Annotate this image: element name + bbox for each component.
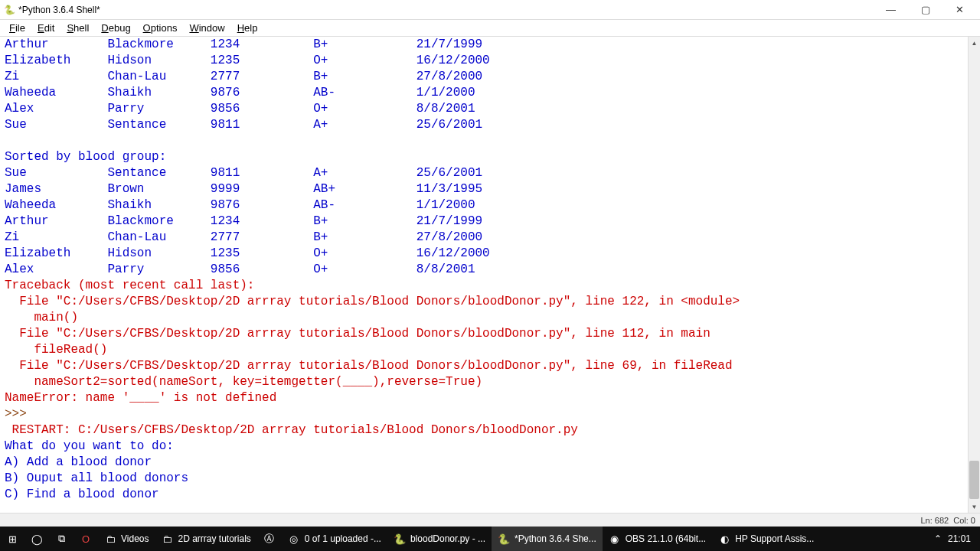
taskbar-item-label: 2D arrray tutorials [178, 533, 250, 544]
menu-options[interactable]: Options [137, 21, 184, 35]
taskbar-item-label: *Python 3.6.4 She... [514, 533, 596, 544]
app-icon: 🐍 [394, 533, 406, 545]
taskview-button[interactable]: ⧉ [49, 527, 74, 551]
maximize-button[interactable]: ▢ [908, 0, 942, 20]
menu-help[interactable]: Help [231, 21, 264, 35]
taskbar-item-label: 0 of 1 uploaded -... [305, 533, 381, 544]
app-icon: 🐍 [498, 533, 510, 545]
taskbar: ⊞ ◯ ⧉ O 🗀Videos🗀2D arrray tutorialsⒶ◎0 o… [0, 527, 980, 551]
menu-debug[interactable]: Debug [95, 21, 136, 35]
taskbar-item-label: OBS 21.1.0 (64bit... [626, 533, 706, 544]
taskbar-item-label: HP Support Assis... [735, 533, 814, 544]
statusbar: Ln: 682 Col: 0 [0, 513, 980, 527]
menu-window[interactable]: Window [183, 21, 230, 35]
status-col: Col: 0 [953, 516, 975, 525]
taskbar-item[interactable]: 🐍bloodDonor.py - ... [387, 527, 492, 551]
menu-file[interactable]: File [3, 21, 31, 35]
menu-shell[interactable]: Shell [60, 21, 95, 35]
status-line: Ln: 682 [920, 516, 949, 525]
show-desktop-button[interactable] [977, 527, 980, 551]
taskbar-item[interactable]: 🗀Videos [98, 527, 155, 551]
taskbar-item[interactable]: 🐍*Python 3.6.4 She... [492, 527, 603, 551]
scroll-down-icon[interactable]: ▼ [969, 500, 980, 513]
taskbar-item-label: bloodDonor.py - ... [410, 533, 485, 544]
app-icon: ◎ [288, 533, 300, 545]
taskbar-item[interactable]: ◉OBS 21.1.0 (64bit... [603, 527, 712, 551]
shell-output[interactable]: Arthur Blackmore 1234 B+ 21/7/1999 Eliza… [0, 37, 968, 513]
close-button[interactable]: ✕ [942, 0, 977, 20]
start-button[interactable]: ⊞ [0, 527, 24, 551]
taskbar-item[interactable]: ◐HP Support Assis... [712, 527, 820, 551]
app-icon: 🐍 [3, 4, 15, 16]
app-icon: ◐ [718, 533, 730, 545]
minimize-button[interactable]: — [874, 0, 908, 20]
tray-chevron-icon[interactable]: ⌃ [934, 533, 942, 544]
search-button[interactable]: ◯ [24, 527, 49, 551]
scroll-up-icon[interactable]: ▲ [969, 37, 980, 49]
system-tray[interactable]: ⌃ 21:01 [928, 527, 977, 551]
app-icon: Ⓐ [263, 533, 276, 545]
taskbar-item[interactable]: Ⓐ [257, 527, 282, 551]
scroll-thumb[interactable] [969, 461, 979, 499]
app-icon: ◉ [609, 533, 621, 545]
menu-edit[interactable]: Edit [31, 21, 60, 35]
window-title: *Python 3.6.4 Shell* [18, 5, 100, 15]
app-icon: 🗀 [104, 533, 116, 545]
app-icon: 🗀 [161, 533, 173, 545]
taskbar-item-label: Videos [121, 533, 149, 544]
vertical-scrollbar[interactable]: ▲ ▼ [968, 37, 980, 513]
tray-clock[interactable]: 21:01 [948, 533, 971, 544]
opera-button[interactable]: O [74, 527, 98, 551]
titlebar: 🐍 *Python 3.6.4 Shell* — ▢ ✕ [0, 0, 980, 20]
taskbar-item[interactable]: ◎0 of 1 uploaded -... [282, 527, 387, 551]
menubar: File Edit Shell Debug Options Window Hel… [0, 20, 980, 37]
taskbar-item[interactable]: 🗀2D arrray tutorials [155, 527, 256, 551]
